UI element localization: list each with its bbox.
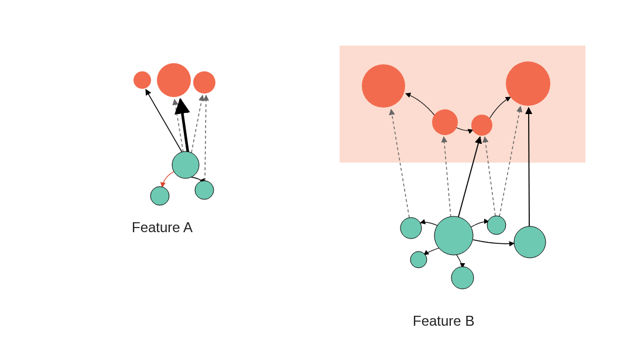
svg-point-22 — [400, 218, 422, 239]
svg-point-20 — [506, 61, 550, 106]
svg-point-19 — [471, 115, 492, 136]
svg-line-4 — [205, 95, 206, 181]
svg-point-21 — [434, 216, 473, 255]
svg-point-15 — [195, 181, 214, 199]
feature-a-nodes — [133, 63, 215, 205]
svg-point-14 — [172, 151, 199, 178]
feature-a-label: Feature A — [132, 219, 193, 236]
svg-point-18 — [432, 109, 458, 135]
svg-point-24 — [514, 226, 546, 258]
svg-point-26 — [451, 267, 474, 289]
svg-point-25 — [410, 251, 427, 268]
svg-line-10 — [529, 108, 529, 226]
diagram-canvas — [0, 0, 644, 362]
svg-line-0 — [146, 89, 183, 153]
svg-point-16 — [150, 187, 169, 205]
svg-line-2 — [180, 99, 188, 153]
svg-point-13 — [193, 71, 215, 94]
svg-line-3 — [191, 95, 203, 153]
feature-b-label: Feature B — [413, 313, 474, 329]
svg-point-12 — [157, 63, 191, 97]
svg-point-23 — [487, 216, 506, 235]
svg-point-17 — [362, 64, 405, 108]
svg-point-11 — [133, 71, 151, 89]
